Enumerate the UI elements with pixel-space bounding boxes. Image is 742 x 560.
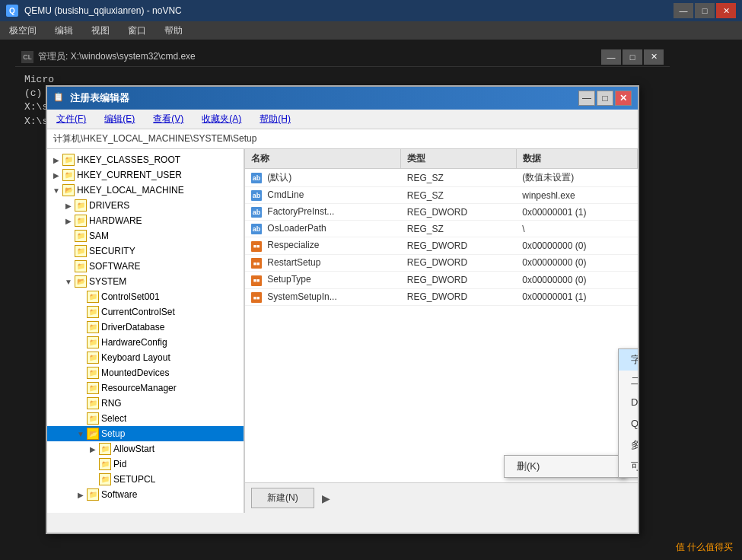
- tree-label: DRIVERS: [89, 200, 129, 211]
- table-row[interactable]: ■■ RestartSetup REG_DWORD 0x00000000 (0): [245, 254, 638, 272]
- reg-name: SetupType: [267, 274, 310, 285]
- reg-name-cell: ■■ SystemSetupIn...: [245, 288, 401, 306]
- tree-item-mounteddevices[interactable]: ▷ 📁 MountedDevices: [47, 365, 244, 380]
- submenu-item-string[interactable]: 字符串值(S): [619, 349, 638, 371]
- qemu-icon: Q: [6, 5, 18, 17]
- tree-item-keyboard-layout[interactable]: ▷ 📁 Keyboard Layout: [47, 350, 244, 365]
- tree-toggle[interactable]: ▶: [62, 215, 75, 227]
- tree-item-rng[interactable]: ▷ 📁 RNG: [47, 396, 244, 411]
- tree-toggle[interactable]: ▶: [50, 169, 62, 181]
- table-row[interactable]: ■■ Respecialize REG_DWORD 0x00000000 (0): [245, 237, 638, 255]
- qemu-menu-workspace[interactable]: 极空间: [6, 23, 40, 39]
- reg-icon: ab: [251, 173, 262, 183]
- table-row[interactable]: ■■ SystemSetupIn... REG_DWORD 0x00000001…: [245, 288, 638, 306]
- tree-toggle[interactable]: ▼: [50, 184, 62, 196]
- reg-type-cell: REG_SZ: [401, 221, 517, 237]
- context-menu-item-delete[interactable]: 删(K): [505, 456, 625, 477]
- tree-toggle[interactable]: ▼: [62, 275, 75, 288]
- reg-name: Respecialize: [267, 240, 319, 250]
- tree-item-allowstart[interactable]: ▶ 📁 AllowStart: [47, 441, 244, 457]
- tree-toggle[interactable]: ▼: [75, 428, 87, 440]
- new-button[interactable]: 新建(N): [251, 488, 314, 508]
- regedit-menu-file[interactable]: 文件(F): [53, 111, 89, 127]
- reg-icon: ■■: [251, 258, 262, 269]
- tree-label: Software: [101, 489, 137, 500]
- tree-item-driverdatabase[interactable]: ▷ 📁 DriverDatabase: [47, 320, 244, 335]
- tree-item-system[interactable]: ▼ 📂 SYSTEM: [47, 274, 244, 289]
- tree-toggle[interactable]: ▶: [62, 199, 75, 212]
- table-row[interactable]: ■■ SetupType REG_DWORD 0x00000000 (0): [245, 272, 638, 289]
- submenu-item-multistring[interactable]: 多字符串值(M): [619, 434, 638, 456]
- tree-item-hkey-classes-root[interactable]: ▶ 📁 HKEY_CLASSES_ROOT: [47, 152, 244, 167]
- reg-type-cell: REG_DWORD: [401, 254, 517, 272]
- tree-item-software[interactable]: ▷ 📁 SOFTWARE: [47, 259, 244, 274]
- submenu-item-dword32[interactable]: DWORD (32 位)值(D): [619, 392, 638, 413]
- folder-icon: 📁: [75, 215, 87, 227]
- tree-item-sam[interactable]: ▷ 📁 SAM: [47, 228, 244, 243]
- folder-icon: 📁: [99, 473, 111, 485]
- context-menu[interactable]: 删(K): [504, 455, 626, 478]
- qemu-menu-edit[interactable]: 编辑: [52, 23, 76, 39]
- tree-toggle[interactable]: ▶: [50, 154, 62, 166]
- qemu-close-button[interactable]: ✕: [716, 3, 736, 18]
- tree-item-resourcemanager[interactable]: ▷ 📁 ResourceManager: [47, 380, 244, 396]
- tree-item-security[interactable]: ▷ 📁 SECURITY: [47, 243, 244, 259]
- qemu-content: CL 管理员: X:\windows\system32\cmd.exe — □ …: [0, 40, 742, 560]
- registry-tree[interactable]: ▶ 📁 HKEY_CLASSES_ROOT ▶ 📁 HKEY_CURRENT_U…: [47, 149, 245, 513]
- tree-label: CurrentControlSet: [101, 307, 175, 317]
- folder-icon: 📁: [87, 382, 99, 394]
- cmd-minimize-button[interactable]: —: [601, 49, 621, 65]
- tree-item-currentcontrolset[interactable]: ▷ 📁 CurrentControlSet: [47, 304, 244, 320]
- tree-item-controlset001[interactable]: ▷ 📁 ControlSet001: [47, 289, 244, 304]
- regedit-icon: 📋: [53, 92, 65, 104]
- qemu-menu-view[interactable]: 视图: [88, 23, 113, 39]
- qemu-menubar: 极空间 编辑 视图 窗口 帮助: [0, 21, 742, 40]
- tree-item-drivers[interactable]: ▶ 📁 DRIVERS: [47, 198, 244, 213]
- tree-label: Setup: [101, 428, 125, 439]
- reg-data-cell: (数值未设置): [516, 169, 637, 187]
- reg-data-cell: 0x00000001 (1): [516, 288, 637, 306]
- tree-item-select[interactable]: ▷ 📁 Select: [47, 411, 244, 426]
- submenu-item-expandstring[interactable]: 可扩充字符串值(E): [619, 456, 638, 477]
- submenu[interactable]: 字符串值(S) 二进制值(B) DWORD (32 位)值(D) QWORD (…: [618, 348, 638, 478]
- cmd-close-button[interactable]: ✕: [644, 49, 664, 65]
- table-row[interactable]: ab (默认) REG_SZ (数值未设置): [245, 169, 638, 187]
- tree-item-hardware[interactable]: ▶ 📁 HARDWARE: [47, 213, 244, 228]
- table-row[interactable]: ab FactoryPreInst... REG_DWORD 0x0000000…: [245, 204, 638, 221]
- regedit-close-button[interactable]: ✕: [615, 91, 632, 106]
- tree-item-hklm[interactable]: ▼ 📂 HKEY_LOCAL_MACHINE: [47, 183, 244, 198]
- tree-item-software-sub[interactable]: ▶ 📁 Software: [47, 487, 244, 502]
- regedit-minimize-button[interactable]: —: [578, 91, 595, 106]
- tree-item-setupcl[interactable]: ▷ 📁 SETUPCL: [47, 472, 244, 487]
- qemu-minimize-button[interactable]: —: [674, 3, 693, 18]
- submenu-item-qword64[interactable]: QWORD (64 位)值(Q): [619, 413, 638, 434]
- reg-type-cell: REG_DWORD: [401, 204, 517, 221]
- table-row[interactable]: ab OsLoaderPath REG_SZ \: [245, 221, 638, 237]
- cmd-win-controls: — □ ✕: [601, 49, 664, 65]
- tree-item-hkey-current-user[interactable]: ▶ 📁 HKEY_CURRENT_USER: [47, 167, 244, 183]
- table-row[interactable]: ab CmdLine REG_SZ winpeshl.exe: [245, 187, 638, 204]
- tree-label: SETUPCL: [113, 474, 155, 485]
- regedit-menu-view[interactable]: 查看(V): [150, 111, 186, 127]
- regedit-menu-help[interactable]: 帮助(H): [256, 111, 294, 127]
- tree-label: SYSTEM: [89, 276, 126, 287]
- regedit-menu-edit[interactable]: 编辑(E): [101, 111, 138, 127]
- tree-item-pid[interactable]: ▷ 📁 Pid: [47, 457, 244, 472]
- qemu-maximize-button[interactable]: □: [695, 3, 715, 18]
- tree-toggle[interactable]: ▶: [75, 488, 87, 501]
- cmd-maximize-button[interactable]: □: [623, 49, 642, 65]
- tree-item-setup[interactable]: ▼ 📂 Setup: [47, 426, 244, 441]
- regedit-main: ▶ 📁 HKEY_CLASSES_ROOT ▶ 📁 HKEY_CURRENT_U…: [47, 149, 638, 513]
- tree-label: HardwareConfig: [101, 337, 167, 348]
- tree-item-hardwareconfig[interactable]: ▷ 📁 HardwareConfig: [47, 335, 244, 350]
- regedit-maximize-button[interactable]: □: [597, 91, 613, 106]
- regedit-menu-favorites[interactable]: 收藏夹(A): [199, 111, 244, 127]
- reg-name-cell: ab FactoryPreInst...: [245, 204, 401, 221]
- reg-type-cell: REG_SZ: [401, 187, 517, 204]
- watermark: 值 什么值得买: [676, 541, 733, 554]
- cmd-titlebar: CL 管理员: X:\windows\system32\cmd.exe — □ …: [15, 47, 670, 67]
- tree-toggle[interactable]: ▶: [87, 443, 99, 455]
- qemu-menu-help[interactable]: 帮助: [161, 23, 186, 39]
- qemu-menu-window[interactable]: 窗口: [125, 23, 149, 39]
- submenu-item-binary[interactable]: 二进制值(B): [619, 371, 638, 392]
